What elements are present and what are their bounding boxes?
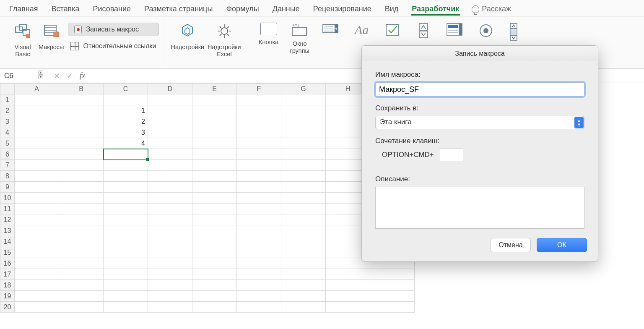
- row-header[interactable]: 16: [0, 258, 15, 269]
- cell[interactable]: [192, 269, 237, 280]
- row-header[interactable]: 8: [0, 171, 15, 182]
- cell[interactable]: [326, 269, 370, 280]
- cell[interactable]: [15, 160, 59, 171]
- cell[interactable]: [148, 236, 192, 247]
- cell[interactable]: [281, 225, 326, 236]
- cell[interactable]: [15, 214, 59, 225]
- name-box[interactable]: C6 ▲ ▼: [0, 69, 46, 83]
- cell[interactable]: [237, 269, 281, 280]
- tab-home[interactable]: Главная: [8, 3, 39, 15]
- ok-button[interactable]: ОК: [537, 238, 587, 252]
- cell[interactable]: [237, 149, 281, 160]
- cell[interactable]: [104, 204, 148, 214]
- cell[interactable]: [15, 127, 59, 138]
- cell[interactable]: [59, 302, 104, 313]
- cell[interactable]: [15, 138, 59, 149]
- row-header[interactable]: 13: [0, 225, 15, 236]
- select-all-corner[interactable]: [0, 84, 15, 94]
- cell[interactable]: [281, 127, 326, 138]
- cell[interactable]: [192, 94, 237, 105]
- cell[interactable]: [104, 258, 148, 269]
- cell[interactable]: [237, 291, 281, 302]
- cell[interactable]: [148, 182, 192, 193]
- name-box-stepper[interactable]: ▲ ▼: [38, 70, 43, 79]
- cell[interactable]: [326, 302, 370, 313]
- cell[interactable]: [148, 258, 192, 269]
- cell[interactable]: [281, 214, 326, 225]
- row-header[interactable]: 18: [0, 280, 15, 291]
- cell[interactable]: [59, 149, 104, 160]
- record-macro-button[interactable]: Записать макрос: [68, 23, 158, 36]
- cell[interactable]: [59, 258, 104, 269]
- cell[interactable]: [148, 138, 192, 149]
- cell[interactable]: [15, 94, 59, 105]
- cell[interactable]: [281, 269, 326, 280]
- cell[interactable]: [281, 204, 326, 214]
- cell[interactable]: [237, 302, 281, 313]
- control-combo-box[interactable]: [315, 21, 346, 47]
- cell[interactable]: [281, 149, 326, 160]
- select-stepper-icon[interactable]: ▲▼: [574, 117, 584, 128]
- cell[interactable]: [192, 160, 237, 171]
- column-header[interactable]: A: [15, 84, 59, 94]
- cell[interactable]: [59, 204, 104, 214]
- cell[interactable]: [59, 105, 104, 116]
- tab-review[interactable]: Рецензирование: [312, 3, 372, 15]
- row-header[interactable]: 6: [0, 149, 15, 160]
- cell[interactable]: [59, 280, 104, 291]
- row-header[interactable]: 12: [0, 214, 15, 225]
- fx-icon[interactable]: fx: [80, 71, 85, 80]
- cell[interactable]: [192, 138, 237, 149]
- cell[interactable]: [326, 291, 370, 302]
- macros-button[interactable]: Макросы: [37, 21, 65, 51]
- cell[interactable]: [192, 149, 237, 160]
- cell[interactable]: [104, 182, 148, 193]
- cell[interactable]: [281, 138, 326, 149]
- cell[interactable]: 3: [104, 127, 148, 138]
- cell[interactable]: [148, 291, 192, 302]
- cell[interactable]: [104, 269, 148, 280]
- cell[interactable]: [59, 193, 104, 204]
- cell[interactable]: [237, 182, 281, 193]
- cell[interactable]: [237, 171, 281, 182]
- column-header[interactable]: E: [192, 84, 237, 94]
- column-header[interactable]: C: [104, 84, 148, 94]
- cell[interactable]: [15, 280, 59, 291]
- cell[interactable]: [237, 127, 281, 138]
- cell[interactable]: [370, 269, 415, 280]
- cell[interactable]: [281, 291, 326, 302]
- row-header[interactable]: 11: [0, 204, 15, 214]
- cell[interactable]: 4: [104, 138, 148, 149]
- cell[interactable]: [104, 94, 148, 105]
- cell[interactable]: [237, 94, 281, 105]
- cell[interactable]: [15, 193, 59, 204]
- addins-button[interactable]: Надстройки: [169, 21, 206, 51]
- cell[interactable]: [192, 214, 237, 225]
- cell[interactable]: [192, 302, 237, 313]
- cell[interactable]: [192, 236, 237, 247]
- description-textarea[interactable]: [375, 187, 584, 229]
- cell[interactable]: [281, 236, 326, 247]
- cell[interactable]: [237, 225, 281, 236]
- cell[interactable]: [237, 280, 281, 291]
- cell[interactable]: [104, 302, 148, 313]
- cell[interactable]: [237, 116, 281, 127]
- tab-insert[interactable]: Вставка: [51, 3, 80, 15]
- cell[interactable]: [192, 193, 237, 204]
- shortcut-key-input[interactable]: [439, 149, 463, 161]
- cell[interactable]: [59, 138, 104, 149]
- cell[interactable]: [148, 160, 192, 171]
- cell[interactable]: [15, 247, 59, 258]
- row-header[interactable]: 5: [0, 138, 15, 149]
- column-header[interactable]: G: [281, 84, 326, 94]
- control-option-button[interactable]: [470, 21, 501, 49]
- cell[interactable]: [104, 171, 148, 182]
- row-header[interactable]: 19: [0, 291, 15, 302]
- cell[interactable]: [192, 127, 237, 138]
- cell[interactable]: [15, 149, 59, 160]
- cell[interactable]: [104, 280, 148, 291]
- cell[interactable]: [59, 182, 104, 193]
- cell[interactable]: [281, 258, 326, 269]
- cell[interactable]: 2: [104, 116, 148, 127]
- cell[interactable]: [237, 105, 281, 116]
